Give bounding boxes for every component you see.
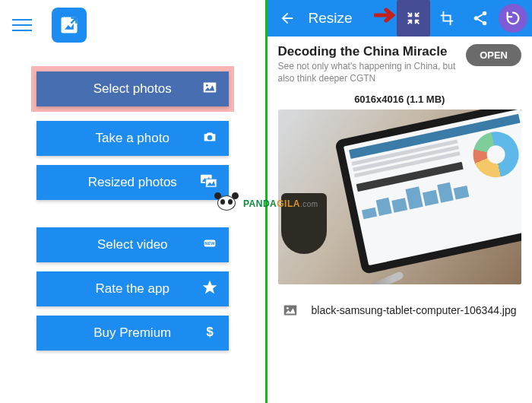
menu-icon[interactable] bbox=[6, 13, 38, 37]
rate-app-button[interactable]: Rate the app bbox=[36, 271, 229, 306]
svg-text:$: $ bbox=[206, 325, 213, 338]
image-file-icon bbox=[281, 301, 299, 319]
svg-text:NEW: NEW bbox=[204, 241, 215, 246]
button-label: Resized photos bbox=[88, 175, 177, 190]
svg-point-2 bbox=[205, 84, 207, 87]
svg-point-13 bbox=[286, 307, 288, 309]
ad-subtitle: See not only what's happening in China, … bbox=[278, 61, 458, 84]
star-icon bbox=[201, 279, 218, 299]
button-label: Buy Premium bbox=[93, 325, 171, 341]
svg-point-10 bbox=[474, 16, 479, 21]
camera-icon bbox=[201, 129, 218, 148]
image-dimensions: 6016x4016 (1.1 MB) bbox=[268, 92, 533, 109]
preview-decoration bbox=[304, 271, 404, 284]
gallery-icon bbox=[200, 173, 218, 192]
watermark: PANDAGILA.com bbox=[213, 192, 318, 215]
buy-premium-button[interactable]: Buy Premium $ bbox=[36, 316, 229, 351]
select-video-button[interactable]: Select video NEW bbox=[36, 227, 229, 262]
crop-button[interactable] bbox=[430, 0, 464, 36]
preview-decoration bbox=[334, 109, 521, 274]
button-label: Take a photo bbox=[96, 131, 169, 146]
resize-logo-icon bbox=[59, 14, 80, 36]
ad-title: Decoding the China Miracle bbox=[278, 44, 458, 59]
filename-row: black-samsung-tablet-computer-106344.jpg bbox=[268, 292, 533, 328]
resized-photos-button[interactable]: Resized photos bbox=[36, 165, 229, 200]
pointer-arrow-icon bbox=[374, 5, 400, 29]
take-photo-button[interactable]: Take a photo bbox=[36, 121, 229, 156]
panda-icon bbox=[213, 192, 240, 215]
select-photos-button[interactable]: Select photos bbox=[36, 71, 229, 106]
compress-icon bbox=[405, 10, 422, 27]
back-button[interactable] bbox=[271, 0, 304, 36]
image-icon bbox=[201, 79, 218, 99]
app-bar: Resize bbox=[268, 0, 533, 36]
button-label: Rate the app bbox=[96, 281, 169, 297]
select-photos-highlight: Select photos bbox=[31, 66, 234, 112]
svg-point-3 bbox=[207, 135, 211, 140]
ad-banner: Decoding the China Miracle See not only … bbox=[268, 36, 533, 92]
share-button[interactable] bbox=[464, 0, 497, 36]
app-logo bbox=[52, 8, 87, 43]
svg-point-11 bbox=[483, 21, 487, 25]
filename-text: black-samsung-tablet-computer-106344.jpg bbox=[312, 304, 517, 316]
new-badge-icon: NEW bbox=[201, 235, 218, 255]
button-label: Select photos bbox=[93, 81, 172, 97]
rotate-button[interactable] bbox=[499, 4, 527, 33]
app-title: Photo & Picture Resizer bbox=[96, 19, 217, 32]
svg-rect-5 bbox=[205, 179, 217, 187]
ad-open-button[interactable]: OPEN bbox=[466, 44, 521, 66]
svg-point-9 bbox=[483, 11, 487, 16]
resize-dimensions-button[interactable] bbox=[397, 0, 430, 36]
dollar-icon: $ bbox=[201, 323, 218, 343]
button-label: Select video bbox=[97, 237, 168, 252]
